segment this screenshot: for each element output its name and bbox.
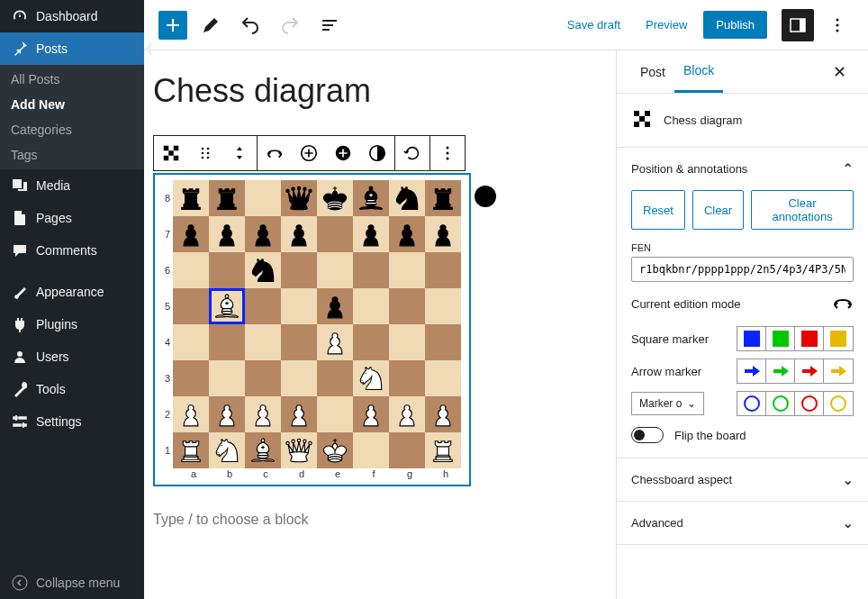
arrow-yellow[interactable] — [824, 359, 853, 383]
square-d8[interactable] — [281, 180, 317, 216]
publish-button[interactable]: Publish — [703, 11, 767, 39]
square-d4[interactable] — [281, 324, 317, 360]
square-a8[interactable] — [173, 180, 209, 216]
tab-block[interactable]: Block — [674, 50, 723, 93]
piece-bP[interactable] — [212, 219, 242, 250]
piece-bP[interactable] — [248, 219, 278, 250]
editor-canvas[interactable]: Chess diagram — [144, 50, 616, 599]
square-e7[interactable] — [317, 216, 353, 252]
square-g3[interactable] — [389, 360, 425, 396]
tab-post[interactable]: Post — [631, 52, 674, 92]
square-d7[interactable] — [281, 216, 317, 252]
piece-bP[interactable] — [284, 219, 314, 250]
sidebar-item-posts[interactable]: Posts — [0, 32, 144, 65]
square-g2[interactable] — [389, 396, 425, 432]
redo-button[interactable] — [274, 9, 306, 41]
reset-button[interactable]: Reset — [631, 190, 685, 230]
circle-green[interactable] — [766, 392, 795, 415]
piece-bP[interactable] — [320, 291, 350, 322]
clear-annotations-button[interactable]: Clear annotations — [751, 190, 854, 230]
add-block-button[interactable] — [158, 11, 187, 40]
square-f3[interactable] — [353, 360, 389, 396]
square-f7[interactable] — [353, 216, 389, 252]
swatch-red[interactable] — [795, 327, 824, 350]
square-h7[interactable] — [425, 216, 461, 252]
drag-handle-button[interactable] — [188, 136, 222, 170]
arrow-tool-button[interactable] — [258, 136, 292, 170]
piece-wP[interactable] — [176, 399, 206, 430]
square-b5[interactable] — [209, 288, 245, 324]
square-g1[interactable] — [389, 432, 425, 468]
square-f4[interactable] — [353, 324, 389, 360]
square-a5[interactable] — [173, 288, 209, 324]
piece-wB[interactable] — [212, 291, 242, 322]
piece-bB[interactable] — [356, 183, 386, 213]
piece-bR[interactable] — [212, 183, 242, 213]
sidebar-item-users[interactable]: Users — [0, 340, 144, 373]
sidebar-item-appearance[interactable]: Appearance — [0, 276, 144, 308]
piece-wN[interactable] — [212, 435, 242, 466]
block-appender[interactable]: Type / to choose a block — [153, 512, 607, 528]
square-g4[interactable] — [389, 324, 425, 360]
circle-blue[interactable] — [737, 392, 766, 415]
piece-wP[interactable] — [356, 399, 386, 430]
square-a3[interactable] — [173, 360, 209, 396]
sidebar-subitem-all-posts[interactable]: All Posts — [0, 67, 144, 92]
flip-board-toggle[interactable] — [631, 427, 664, 443]
square-e8[interactable] — [317, 180, 353, 216]
square-g7[interactable] — [389, 216, 425, 252]
square-b3[interactable] — [209, 360, 245, 396]
sidebar-item-pages[interactable]: Pages — [0, 202, 144, 234]
preview-button[interactable]: Preview — [637, 13, 696, 37]
square-c5[interactable] — [245, 288, 281, 324]
square-f6[interactable] — [353, 252, 389, 288]
square-g8[interactable] — [389, 180, 425, 216]
square-f1[interactable] — [353, 432, 389, 468]
square-h8[interactable] — [425, 180, 461, 216]
square-d1[interactable] — [281, 432, 317, 468]
square-a2[interactable] — [173, 396, 209, 432]
square-c4[interactable] — [245, 324, 281, 360]
save-draft-button[interactable]: Save draft — [558, 13, 629, 37]
add-piece-filled-button[interactable] — [326, 136, 360, 170]
square-h3[interactable] — [425, 360, 461, 396]
square-c7[interactable] — [245, 216, 281, 252]
arrow-blue[interactable] — [737, 359, 766, 383]
piece-bP[interactable] — [176, 219, 206, 250]
block-more-button[interactable] — [430, 136, 465, 170]
piece-bR[interactable] — [428, 183, 458, 213]
panel-title-position[interactable]: Position & annotations ⌃ — [617, 148, 868, 190]
piece-wR[interactable] — [428, 435, 458, 466]
square-c6[interactable] — [245, 252, 281, 288]
square-b4[interactable] — [209, 324, 245, 360]
piece-bR[interactable] — [176, 183, 206, 213]
square-g6[interactable] — [389, 252, 425, 288]
square-e6[interactable] — [317, 252, 353, 288]
circle-yellow[interactable] — [824, 392, 853, 415]
sidebar-item-dashboard[interactable]: Dashboard — [0, 0, 144, 32]
square-h4[interactable] — [425, 324, 461, 360]
block-type-button[interactable] — [154, 136, 188, 170]
piece-wP[interactable] — [284, 399, 314, 430]
piece-bP[interactable] — [392, 219, 422, 250]
piece-bQ[interactable] — [284, 183, 314, 213]
square-f2[interactable] — [353, 396, 389, 432]
piece-bN[interactable] — [248, 255, 278, 286]
settings-panel-toggle[interactable] — [782, 9, 814, 41]
clear-button[interactable]: Clear — [692, 190, 744, 230]
square-h2[interactable] — [425, 396, 461, 432]
piece-wP[interactable] — [320, 327, 350, 358]
piece-wR[interactable] — [176, 435, 206, 466]
square-a7[interactable] — [173, 216, 209, 252]
sidebar-subitem-tags[interactable]: Tags — [0, 142, 144, 168]
square-e5[interactable] — [317, 288, 353, 324]
swatch-blue[interactable] — [737, 327, 766, 350]
square-b8[interactable] — [209, 180, 245, 216]
square-h6[interactable] — [425, 252, 461, 288]
chess-diagram-block[interactable]: 8 — [153, 173, 471, 486]
piece-wP[interactable] — [212, 399, 242, 430]
square-c3[interactable] — [245, 360, 281, 396]
piece-wP[interactable] — [392, 399, 422, 430]
square-b2[interactable] — [209, 396, 245, 432]
piece-wP[interactable] — [428, 399, 458, 430]
